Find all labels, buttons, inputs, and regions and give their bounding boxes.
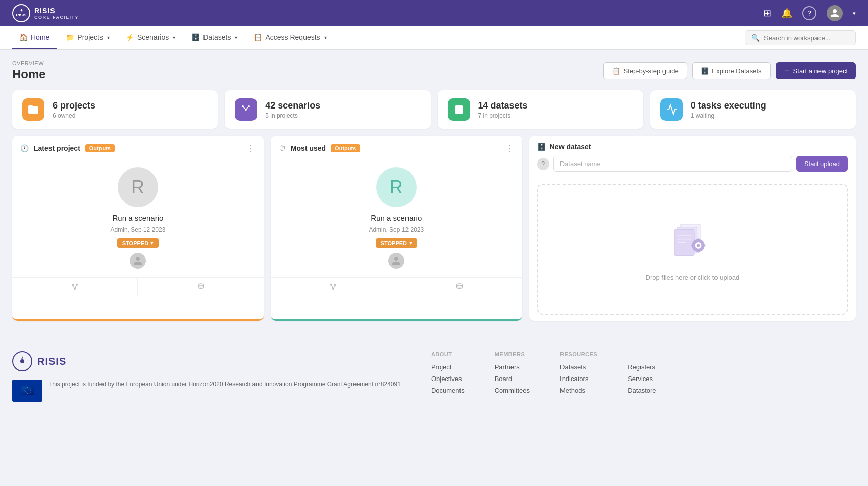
user-avatar[interactable]: [827, 5, 843, 21]
footer-resources-indicators[interactable]: Indicators: [560, 375, 597, 383]
new-dataset-header: 🗄️ New dataset: [529, 136, 856, 156]
home-icon: 🏠: [19, 33, 28, 41]
footer-resources-methods[interactable]: Methods: [560, 387, 597, 394]
footer-resources-services[interactable]: Services: [628, 375, 665, 383]
svg-line-3: [243, 106, 246, 110]
most-used-footer: [271, 277, 522, 296]
footer-about-project[interactable]: Project: [431, 363, 465, 371]
overview-label: OVERVIEW: [12, 60, 46, 66]
new-dataset-title: 🗄️ New dataset: [537, 143, 591, 151]
stat-tasks: 0 tasks executing 1 waiting: [650, 90, 856, 129]
most-used-body: R Run a scenario Admin, Sep 12 2023 STOP…: [271, 159, 522, 277]
nav-item-home[interactable]: 🏠 Home: [12, 26, 57, 49]
page-header-row: OVERVIEW Home 📋 Step-by-step guide 🗄️ Ex…: [12, 60, 856, 81]
svg-point-26: [697, 244, 700, 247]
step-by-step-button[interactable]: 📋 Step-by-step guide: [603, 62, 687, 79]
footer-resources-datastore[interactable]: Datastore: [628, 387, 665, 394]
stat-projects: 6 projects 6 owned: [12, 90, 218, 129]
access-requests-icon: 📋: [253, 33, 262, 41]
logo-inner: ✦RISIS: [16, 9, 27, 18]
logo-text: RISIS CORE FACILITY: [34, 7, 79, 20]
start-upload-button[interactable]: Start upload: [796, 156, 848, 172]
latest-project-avatar: R: [118, 167, 158, 207]
latest-project-footer: [12, 277, 264, 296]
most-used-status[interactable]: STOPPED ▾: [376, 238, 417, 248]
projects-stat-icon: [22, 98, 44, 121]
step-by-step-icon: 📋: [612, 67, 620, 75]
footer-resources-datasets[interactable]: Datasets: [560, 363, 597, 371]
latest-project-datasets-btn[interactable]: [138, 278, 263, 296]
svg-point-31: [20, 359, 24, 363]
footer-members-heading: MEMBERS: [495, 351, 530, 357]
latest-project-status[interactable]: STOPPED ▾: [117, 238, 159, 248]
footer-members-partners[interactable]: Partners: [495, 363, 530, 371]
footer-inner: RISIS 🇪🇺 This project is funded by the E…: [12, 351, 856, 402]
dataset-help-button[interactable]: ?: [537, 158, 549, 170]
footer-col-resources: RESOURCES Datasets Indicators Methods: [560, 351, 597, 398]
upload-illustration: [667, 218, 718, 265]
most-used-outputs-badge[interactable]: Outputs: [331, 144, 360, 152]
footer-resources-registers[interactable]: Registers: [628, 363, 665, 371]
footer-members-board[interactable]: Board: [495, 375, 530, 383]
latest-project-body: R Run a scenario Admin, Sep 12 2023 STOP…: [12, 159, 264, 277]
scenarios-in-projects: 5 in projects: [265, 112, 320, 119]
page-header-right: 📋 Step-by-step guide 🗄️ Explore Datasets…: [603, 60, 856, 79]
datasets-stat-icon: [448, 98, 470, 121]
most-used-icon: ⏱: [279, 144, 286, 152]
start-new-project-button[interactable]: ＋ Start a new project: [776, 62, 856, 79]
footer-about-heading: ABOUT: [431, 351, 465, 357]
scenarios-count: 42 scenarios: [265, 100, 320, 111]
footer-about-documents[interactable]: Documents: [431, 387, 465, 394]
search-bar[interactable]: 🔍: [745, 30, 856, 45]
logo: ✦RISIS RISIS CORE FACILITY: [12, 4, 79, 22]
help-icon[interactable]: ?: [802, 6, 816, 20]
latest-project-scenarios-btn[interactable]: [12, 278, 137, 296]
latest-project-name: Run a scenario: [112, 213, 163, 222]
eu-flag-icon: 🇪🇺: [12, 380, 42, 402]
datasets-count: 14 datasets: [478, 100, 528, 111]
scenarios-stat-icon: [235, 98, 257, 121]
projects-owned: 6 owned: [53, 112, 95, 119]
most-used-card: ⏱ Most used Outputs ⋮ R Run a scenario A…: [271, 136, 522, 321]
footer-brand: RISIS 🇪🇺 This project is funded by the E…: [12, 351, 401, 402]
nav-item-datasets[interactable]: 🗄️ Datasets ▾: [184, 26, 244, 49]
footer-about-objectives[interactable]: Objectives: [431, 375, 465, 383]
most-used-header: ⏱ Most used Outputs ⋮: [271, 136, 522, 159]
tasks-stat-icon: [660, 98, 683, 121]
svg-line-10: [75, 285, 77, 289]
upload-area[interactable]: Drop files here or click to upload: [537, 184, 848, 315]
latest-project-menu-icon[interactable]: ⋮: [246, 143, 256, 154]
apps-icon[interactable]: ⊞: [763, 8, 771, 19]
footer-funding-text: This project is funded by the European U…: [48, 380, 401, 389]
footer-resources-heading: RESOURCES: [560, 351, 597, 357]
footer-members-committees[interactable]: Committees: [495, 387, 530, 394]
svg-rect-29: [691, 244, 694, 246]
most-used-scenarios-btn[interactable]: [271, 278, 396, 296]
nav-item-access-requests[interactable]: 📋 Access Requests ▾: [246, 26, 333, 49]
most-used-menu-icon[interactable]: ⋮: [505, 143, 514, 154]
page-header-left: OVERVIEW Home: [12, 60, 46, 81]
svg-line-16: [333, 285, 335, 289]
svg-rect-27: [698, 238, 699, 241]
dataset-name-input[interactable]: [553, 156, 792, 172]
user-dropdown-arrow[interactable]: ▾: [853, 10, 856, 17]
explore-datasets-button[interactable]: 🗄️ Explore Datasets: [692, 62, 771, 79]
most-used-name: Run a scenario: [371, 213, 422, 222]
upload-text: Drop files here or click to upload: [646, 274, 740, 281]
nav-item-scenarios[interactable]: ⚡ Scenarios ▾: [119, 26, 182, 49]
projects-stat-text: 6 projects 6 owned: [53, 100, 95, 119]
most-used-avatar-letter: R: [390, 177, 403, 198]
latest-project-header-left: 🕐 Latest project Outputs: [20, 144, 115, 152]
page-title: Home: [12, 67, 46, 81]
stat-scenarios: 42 scenarios 5 in projects: [225, 90, 430, 129]
latest-project-outputs-badge[interactable]: Outputs: [85, 144, 115, 152]
scenarios-stat-text: 42 scenarios 5 in projects: [265, 100, 320, 119]
most-used-title: Most used: [291, 144, 326, 152]
datasets-in-projects: 7 in projects: [478, 112, 528, 119]
main-content: OVERVIEW Home 📋 Step-by-step guide 🗄️ Ex…: [0, 50, 868, 331]
most-used-datasets-btn[interactable]: [396, 278, 522, 296]
datasets-icon: 🗄️: [191, 33, 200, 41]
search-input[interactable]: [764, 34, 849, 42]
nav-item-projects[interactable]: 📁 Projects ▾: [59, 26, 117, 49]
bell-icon[interactable]: 🔔: [781, 8, 792, 19]
